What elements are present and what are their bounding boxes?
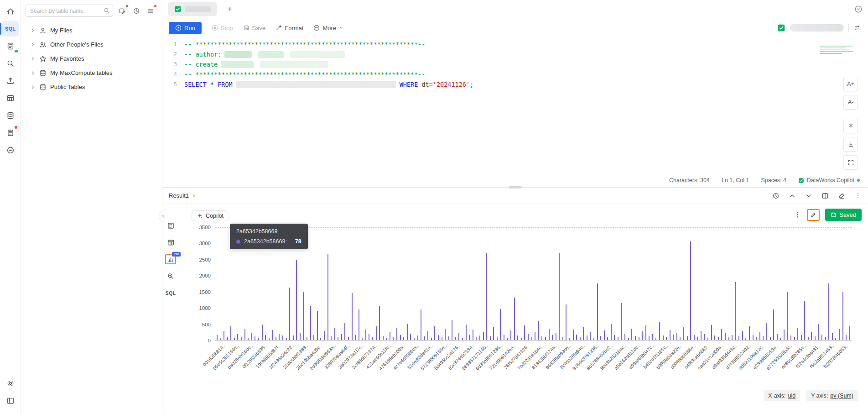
chart-bar[interactable] bbox=[742, 331, 743, 341]
more-button[interactable]: More bbox=[313, 25, 343, 31]
chart-bar[interactable] bbox=[687, 336, 688, 341]
copilot-logo-icon[interactable] bbox=[777, 24, 785, 32]
saved-button[interactable]: Saved bbox=[825, 209, 862, 221]
chart-bar[interactable] bbox=[804, 301, 805, 340]
y-axis-field[interactable]: pv (Sum) bbox=[830, 393, 853, 399]
chart-bar[interactable] bbox=[497, 337, 498, 340]
settings-icon[interactable] bbox=[2, 376, 19, 391]
chart-bar[interactable] bbox=[655, 338, 656, 340]
chart-bar[interactable] bbox=[832, 333, 833, 340]
chart-bar[interactable] bbox=[780, 338, 781, 340]
chart-bar[interactable] bbox=[396, 328, 397, 340]
chart-bar[interactable] bbox=[262, 325, 263, 340]
chart-bar[interactable] bbox=[749, 326, 750, 341]
chart-edit-button[interactable] bbox=[807, 209, 820, 221]
chart-bar[interactable] bbox=[251, 333, 252, 340]
chart-bar[interactable] bbox=[846, 335, 847, 340]
run-history-button[interactable] bbox=[772, 192, 780, 199]
chart-bar[interactable] bbox=[621, 303, 622, 341]
chart-bar[interactable] bbox=[220, 338, 221, 340]
sql-editor[interactable]: 1-- ************************************… bbox=[162, 37, 868, 173]
code-line[interactable]: 1-- ************************************… bbox=[162, 39, 868, 49]
chart-bar[interactable] bbox=[628, 338, 629, 340]
list-view-button[interactable] bbox=[146, 6, 156, 16]
chart-bar[interactable] bbox=[580, 337, 581, 340]
chart-bar[interactable] bbox=[303, 292, 304, 340]
chart-bar[interactable] bbox=[507, 338, 508, 340]
chart-bar[interactable] bbox=[766, 323, 767, 340]
result-table-icon[interactable] bbox=[165, 237, 176, 247]
chart-bar[interactable] bbox=[538, 321, 539, 340]
chart-bar[interactable] bbox=[386, 338, 387, 340]
chart-bar[interactable] bbox=[587, 335, 587, 340]
chart-bar[interactable] bbox=[704, 334, 705, 341]
chart-bar[interactable] bbox=[510, 330, 511, 340]
chart-bar[interactable] bbox=[327, 254, 328, 340]
chart-bar[interactable] bbox=[552, 335, 553, 340]
sidebar-item-other-people-s-files[interactable]: Other People's Files bbox=[26, 37, 157, 52]
chart-bar[interactable] bbox=[842, 292, 843, 340]
chart-bar[interactable] bbox=[279, 334, 280, 340]
chart-bar[interactable] bbox=[773, 309, 774, 340]
collapse-up-button[interactable] bbox=[789, 192, 796, 199]
chart-bar[interactable] bbox=[815, 336, 816, 341]
chart-bar[interactable] bbox=[670, 330, 670, 340]
chart-bar[interactable] bbox=[732, 335, 733, 340]
chart-bar[interactable] bbox=[787, 292, 788, 340]
chart-bar[interactable] bbox=[403, 337, 404, 340]
chart-bar[interactable] bbox=[458, 333, 459, 340]
chart-bar[interactable] bbox=[431, 338, 432, 340]
sidebar-item-my-files[interactable]: My Files bbox=[26, 23, 157, 37]
chart-bar[interactable] bbox=[355, 335, 356, 340]
chart-bar[interactable] bbox=[666, 337, 667, 340]
more-vertical-icon[interactable] bbox=[854, 192, 862, 199]
chart-bar[interactable] bbox=[549, 329, 550, 341]
chart-bar[interactable] bbox=[556, 333, 556, 340]
close-icon[interactable]: × bbox=[192, 193, 196, 199]
chart-bar[interactable] bbox=[849, 326, 850, 340]
chart-bar[interactable] bbox=[376, 326, 377, 340]
chart-bar[interactable] bbox=[593, 338, 594, 341]
chart-bar[interactable] bbox=[466, 325, 467, 340]
chart-bar[interactable] bbox=[818, 324, 819, 340]
chart-bar[interactable] bbox=[738, 336, 739, 340]
chart-bar[interactable] bbox=[642, 331, 643, 340]
chart-bar[interactable] bbox=[801, 335, 802, 340]
chart-bar[interactable] bbox=[372, 337, 373, 340]
chart-bar[interactable] bbox=[493, 327, 494, 340]
chart-bar[interactable] bbox=[452, 320, 452, 340]
chart-bar[interactable] bbox=[383, 336, 384, 340]
chart-bar[interactable] bbox=[289, 288, 290, 340]
chart-bar[interactable] bbox=[583, 327, 584, 340]
chart-bar[interactable] bbox=[296, 260, 297, 340]
chart-bar[interactable] bbox=[244, 329, 245, 340]
editor-tab[interactable] bbox=[168, 2, 217, 16]
chart-bar[interactable] bbox=[652, 334, 653, 340]
minimap[interactable] bbox=[820, 46, 857, 56]
font-decrease-button[interactable]: A- bbox=[843, 95, 858, 110]
chart-bar[interactable] bbox=[690, 241, 691, 340]
chart-bar[interactable] bbox=[597, 283, 598, 340]
chart-bar[interactable] bbox=[486, 253, 487, 340]
chart-bar[interactable] bbox=[562, 337, 563, 340]
result-zoom-icon[interactable] bbox=[165, 271, 176, 281]
chart-bar[interactable] bbox=[576, 335, 577, 340]
chart-bar[interactable] bbox=[455, 337, 456, 340]
chart-bar[interactable] bbox=[234, 338, 235, 340]
status-spaces[interactable]: Spaces: 4 bbox=[761, 177, 786, 183]
panel-resize-handle[interactable] bbox=[509, 186, 522, 189]
chart-bar[interactable] bbox=[442, 337, 442, 340]
chart-bar[interactable] bbox=[659, 322, 660, 340]
chart-bar[interactable] bbox=[759, 332, 760, 340]
chart-bar[interactable] bbox=[521, 338, 522, 340]
chart-bar[interactable] bbox=[258, 338, 259, 340]
chart-bar[interactable] bbox=[390, 332, 390, 340]
sidebar-item-public-tables[interactable]: Public Tables bbox=[26, 80, 157, 94]
chart-bar[interactable] bbox=[649, 336, 650, 340]
chart-bar[interactable] bbox=[721, 329, 722, 340]
chart-bar[interactable] bbox=[293, 335, 294, 340]
chart-bar[interactable] bbox=[469, 335, 470, 340]
result-tab[interactable]: Result1 × bbox=[169, 192, 196, 199]
search-input[interactable] bbox=[26, 5, 113, 17]
chart-bar[interactable] bbox=[490, 336, 491, 340]
